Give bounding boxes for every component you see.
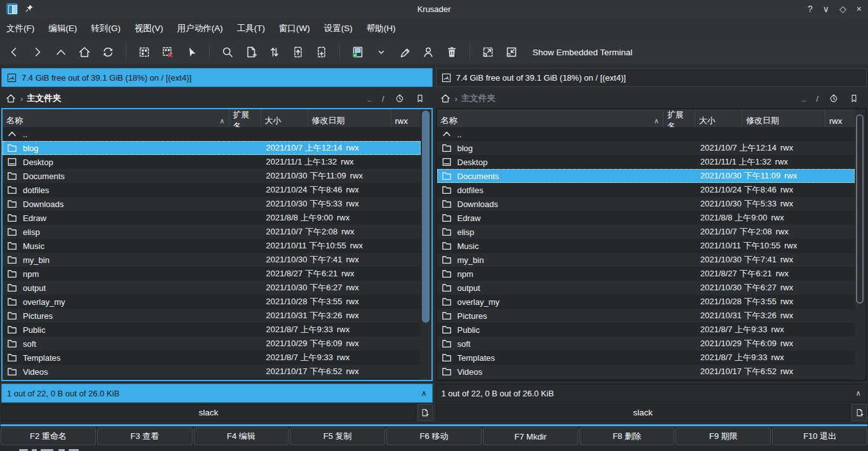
- f7-mkdir-button[interactable]: F7 Mkdir: [483, 427, 578, 445]
- f9-term-button[interactable]: F9 期限: [675, 427, 771, 445]
- nav-up-button[interactable]: ..: [801, 94, 806, 104]
- history-icon[interactable]: [395, 93, 405, 104]
- show-embedded-terminal-label[interactable]: Show Embedded Terminal: [532, 48, 632, 57]
- file-row-Videos[interactable]: Videos2021/10/17 下午6:52rwx: [437, 365, 855, 379]
- user-actions-icon[interactable]: [421, 44, 436, 60]
- scrollbar-thumb[interactable]: [856, 114, 864, 304]
- useraction-pen-icon[interactable]: [397, 44, 412, 60]
- chevron-down-icon[interactable]: [374, 44, 389, 60]
- bookmark-icon[interactable]: [415, 93, 425, 104]
- menu-window[interactable]: 窗口(W): [279, 23, 310, 34]
- trash-icon[interactable]: [444, 44, 459, 60]
- maximize-button[interactable]: ◇: [839, 4, 846, 14]
- disk-usage-bar[interactable]: 7.4 GiB free out of 39.1 GiB (18%) on / …: [436, 68, 867, 87]
- menu-view[interactable]: 视图(V): [135, 23, 163, 34]
- f3-view-button[interactable]: F3 查看: [97, 427, 193, 445]
- tab-slack[interactable]: slack: [1, 404, 416, 421]
- file-row-Downloads[interactable]: Downloads2021/10/30 下午5:33rwx: [437, 197, 855, 211]
- chevron-up-icon[interactable]: ∧: [855, 389, 861, 398]
- menu-useractions[interactable]: 用户动作(A): [177, 23, 223, 34]
- new-file-icon[interactable]: [243, 44, 259, 60]
- file-row-overlay_my[interactable]: overlay_my2021/10/28 下午3:55rwx: [3, 295, 421, 309]
- file-row-blog[interactable]: blog2021/10/7 上午12:14rwx: [437, 141, 855, 155]
- home-icon[interactable]: [77, 44, 92, 60]
- search-icon[interactable]: [220, 44, 235, 60]
- nav-root-button[interactable]: /: [382, 94, 384, 104]
- file-row-npm[interactable]: npm2021/8/27 下午6:21rwx: [3, 267, 421, 281]
- file-row-elisp[interactable]: elisp2021/10/7 下午2:08rwx: [3, 225, 421, 239]
- file-row-dotfiles[interactable]: dotfiles2021/10/24 下午8:46rwx: [437, 183, 855, 197]
- new-tab-button[interactable]: [851, 404, 867, 421]
- file-row-Pictures[interactable]: Pictures2021/10/31 下午3:26rwx: [437, 309, 855, 323]
- f10-quit-button[interactable]: F10 退出: [772, 427, 867, 445]
- file-row-Edraw[interactable]: Edraw2021/8/8 上午9:00rwx: [437, 211, 855, 225]
- nav-up-button[interactable]: ..: [367, 94, 372, 104]
- menu-go[interactable]: 转到(G): [91, 23, 121, 34]
- file-row-Documents[interactable]: Documents2021/10/30 下午11:09rwx: [3, 169, 421, 183]
- file-row-output[interactable]: output2021/10/30 下午6:27rwx: [437, 281, 855, 295]
- minimize-button[interactable]: ∨: [823, 4, 829, 14]
- menu-edit[interactable]: 编辑(E): [48, 23, 77, 34]
- duplicate-tab-icon[interactable]: [314, 44, 329, 60]
- up-icon[interactable]: [53, 44, 69, 60]
- file-row-elisp[interactable]: elisp2021/10/7 下午2:08rwx: [437, 225, 855, 239]
- disk-usage-bar[interactable]: 7.4 GiB free out of 39.1 GiB (18%) on / …: [1, 68, 433, 87]
- file-row-Templates[interactable]: Templates2021/8/7 上午9:33rwx: [3, 351, 421, 365]
- file-row-my_bin[interactable]: my_bin2021/10/30 下午7:41rwx: [437, 253, 855, 267]
- file-row-Desktop[interactable]: Desktop2021/11/1 上午1:32rwx: [3, 155, 421, 169]
- history-icon[interactable]: [829, 93, 839, 104]
- f2-rename-button[interactable]: F2 重命名: [1, 427, 96, 445]
- menu-tools[interactable]: 工具(T): [237, 23, 265, 34]
- file-row-Edraw[interactable]: Edraw2021/8/8 上午9:00rwx: [3, 211, 421, 225]
- help-button[interactable]: ?: [808, 4, 813, 14]
- scrollbar[interactable]: [421, 109, 431, 380]
- unselect-group-icon[interactable]: [160, 44, 175, 60]
- f8-delete-button[interactable]: F8 删除: [580, 427, 675, 445]
- file-row-Documents[interactable]: Documents2021/10/30 下午11:09rwx: [437, 169, 855, 183]
- home-icon[interactable]: [5, 93, 17, 104]
- menu-settings[interactable]: 设置(S): [324, 23, 353, 34]
- file-row-overlay_my[interactable]: overlay_my2021/10/28 下午3:55rwx: [437, 295, 855, 309]
- chevron-up-icon[interactable]: ∧: [421, 389, 427, 398]
- file-row-Music[interactable]: Music2021/10/11 下午10:55rwx: [3, 239, 421, 253]
- home-icon[interactable]: [440, 93, 451, 104]
- file-row-Videos[interactable]: Videos2021/10/17 下午6:52rwx: [3, 365, 421, 379]
- file-row-output[interactable]: output2021/10/30 下午6:27rwx: [3, 281, 421, 295]
- maximize-panel-icon[interactable]: [480, 44, 496, 60]
- nav-root-button[interactable]: /: [816, 94, 818, 104]
- menu-help[interactable]: 帮助(H): [367, 23, 396, 34]
- file-row-soft[interactable]: soft2021/10/29 下午6:09rwx: [3, 337, 421, 351]
- f4-edit-button[interactable]: F4 编辑: [194, 427, 289, 445]
- pin-icon[interactable]: [24, 3, 34, 15]
- close-button[interactable]: ×: [857, 4, 862, 14]
- back-icon[interactable]: [6, 44, 22, 60]
- breadcrumb-home-folder[interactable]: 主文件夹: [27, 93, 61, 104]
- bookmark-icon[interactable]: [849, 93, 859, 104]
- tab-slack[interactable]: slack: [436, 404, 851, 421]
- menu-file[interactable]: 文件(F): [6, 23, 34, 34]
- scrollbar-thumb[interactable]: [422, 111, 430, 323]
- file-row-Music[interactable]: Music2021/10/11 下午10:55rwx: [437, 239, 855, 253]
- forward-icon[interactable]: [30, 44, 45, 60]
- file-row-dotfiles[interactable]: dotfiles2021/10/24 下午8:46rwx: [3, 183, 421, 197]
- pointer-icon[interactable]: [184, 44, 199, 60]
- restore-panel-icon[interactable]: [504, 44, 519, 60]
- file-row-Desktop[interactable]: Desktop2021/11/1 上午1:32rwx: [437, 155, 855, 169]
- mount-manager-icon[interactable]: [350, 44, 365, 60]
- new-tab-button[interactable]: [417, 404, 433, 421]
- refresh-icon[interactable]: [100, 44, 116, 60]
- file-row-Templates[interactable]: Templates2021/8/7 上午9:33rwx: [437, 351, 855, 365]
- select-group-icon[interactable]: [137, 44, 152, 60]
- swap-panels-icon[interactable]: [267, 44, 282, 60]
- file-row-npm[interactable]: npm2021/8/27 下午6:21rwx: [437, 267, 855, 281]
- breadcrumb-home-folder[interactable]: 主文件夹: [461, 93, 496, 104]
- move-to-panel-icon[interactable]: [290, 44, 306, 60]
- scrollbar[interactable]: [855, 109, 865, 380]
- f6-move-button[interactable]: F6 移动: [386, 427, 482, 445]
- file-row-Downloads[interactable]: Downloads2021/10/30 下午5:33rwx: [3, 197, 421, 211]
- file-row-[interactable]: ..: [437, 127, 855, 141]
- file-row-blog[interactable]: blog2021/10/7 上午12:14rwx: [3, 141, 421, 155]
- file-row-my_bin[interactable]: my_bin2021/10/30 下午7:41rwx: [3, 253, 421, 267]
- file-row-Public[interactable]: Public2021/8/7 上午9:33rwx: [437, 323, 855, 337]
- f5-copy-button[interactable]: F5 复制: [290, 427, 385, 445]
